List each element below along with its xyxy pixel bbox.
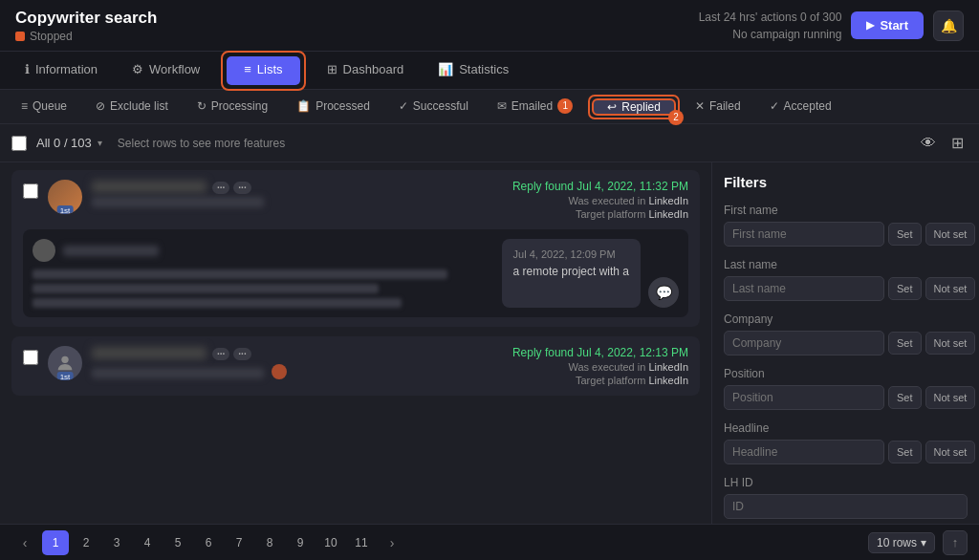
list-area: 1st ··· ··· Reply found Jul 4, 2022, 11:… bbox=[0, 162, 711, 560]
page-btn-10[interactable]: 10 bbox=[317, 530, 344, 555]
rows-select: 10 rows ▾ bbox=[868, 532, 935, 553]
scroll-top-btn[interactable]: ↑ bbox=[943, 530, 968, 555]
tab-dashboard[interactable]: ⊞ Dashboard bbox=[310, 52, 422, 89]
subtab-successful[interactable]: ✓ Successful bbox=[385, 90, 482, 123]
filter-position-controls: Set Not set bbox=[724, 385, 968, 410]
subtab-failed[interactable]: ✕ Failed bbox=[682, 90, 754, 123]
filter-lhid: LH ID bbox=[724, 476, 968, 519]
filter-firstname-label: First name bbox=[724, 204, 968, 217]
filter-lastname-notset[interactable]: Not set bbox=[925, 277, 976, 300]
sub-nav: ≡ Queue ⊘ Exclude list ↻ Processing 📋 Pr… bbox=[0, 90, 979, 124]
rows-dropdown[interactable]: 10 rows ▾ bbox=[868, 532, 935, 553]
subtab-accepted[interactable]: ✓ Accepted bbox=[756, 90, 845, 123]
filter-position-set[interactable]: Set bbox=[888, 386, 922, 409]
page-btn-6[interactable]: 6 bbox=[195, 530, 222, 555]
emailed-badge: 1 bbox=[557, 98, 573, 114]
queue-icon: ≡ bbox=[21, 99, 28, 113]
filter-lastname-controls: Set Not set bbox=[724, 276, 968, 301]
chevron-down-icon: ▾ bbox=[98, 138, 102, 148]
hide-columns-icon[interactable]: 👁 bbox=[917, 132, 940, 154]
filter-lastname-input[interactable] bbox=[724, 276, 884, 301]
page-btn-4[interactable]: 4 bbox=[134, 530, 161, 555]
subtab-queue[interactable]: ≡ Queue bbox=[8, 90, 80, 123]
processing-icon: ↻ bbox=[197, 99, 207, 113]
msg-left-1 bbox=[33, 239, 494, 308]
main-area: 1st ··· ··· Reply found Jul 4, 2022, 11:… bbox=[0, 162, 979, 560]
filters-panel: Filters First name Set Not set Last name… bbox=[711, 162, 979, 560]
msg-text-content-1: a remote project with a bbox=[513, 265, 629, 278]
filter-company: Company Set Not set bbox=[724, 312, 968, 355]
item-checkbox-2[interactable] bbox=[23, 350, 38, 365]
filter-firstname-input[interactable] bbox=[724, 222, 884, 247]
filter-company-notset[interactable]: Not set bbox=[925, 332, 976, 355]
subtab-processing[interactable]: ↻ Processing bbox=[184, 90, 281, 123]
platform-info-2: Was executed in LinkedIn bbox=[512, 361, 688, 373]
header-right: Last 24 hrs' actions 0 of 300 No campaig… bbox=[699, 9, 964, 43]
subtab-replied[interactable]: ↩ Replied bbox=[592, 98, 676, 116]
tab-lists[interactable]: ≡ Lists bbox=[227, 56, 299, 85]
info-icon: ℹ bbox=[25, 62, 30, 76]
filter-position-input[interactable] bbox=[724, 385, 884, 410]
notifications-icon[interactable]: 🔔 bbox=[933, 11, 964, 41]
page-btn-5[interactable]: 5 bbox=[164, 530, 191, 555]
item-name-1: ··· ··· bbox=[92, 180, 503, 194]
blur-line-2 bbox=[33, 284, 379, 293]
tab-lists-highlight: ≡ Lists bbox=[221, 51, 305, 91]
avatar-2: 1st bbox=[48, 346, 82, 380]
filter-headline-notset[interactable]: Not set bbox=[925, 441, 976, 463]
select-all-checkbox[interactable] bbox=[11, 136, 27, 151]
page-btn-1[interactable]: 1 bbox=[42, 530, 69, 555]
tab-workflow[interactable]: ⚙ Workflow bbox=[115, 52, 217, 89]
filter-firstname-controls: Set Not set bbox=[724, 222, 968, 247]
filter-position-notset[interactable]: Not set bbox=[925, 386, 976, 409]
tab-information[interactable]: ℹ Information bbox=[8, 52, 115, 89]
select-hint: Select rows to see more features bbox=[118, 137, 285, 150]
message-area-1: Jul 4, 2022, 12:09 PM a remote project w… bbox=[23, 229, 688, 317]
replied-icon: ↩ bbox=[607, 100, 617, 114]
filter-firstname-set[interactable]: Set bbox=[888, 223, 922, 246]
item-checkbox-1[interactable] bbox=[23, 183, 38, 199]
page-btn-8[interactable]: 8 bbox=[256, 530, 283, 555]
next-page-btn[interactable]: › bbox=[379, 530, 405, 555]
tab-statistics[interactable]: 📊 Statistics bbox=[421, 52, 526, 89]
statistics-icon: 📊 bbox=[438, 62, 453, 76]
filter-company-input[interactable] bbox=[724, 331, 884, 355]
page-btn-7[interactable]: 7 bbox=[226, 530, 252, 555]
subtab-queue-label: Queue bbox=[33, 99, 67, 113]
tab-lists-label: Lists bbox=[257, 62, 283, 76]
msg-time-1: Jul 4, 2022, 12:09 PM bbox=[513, 248, 629, 260]
actions-count: Last 24 hrs' actions 0 of 300 bbox=[699, 9, 842, 26]
subtab-replied-highlight: ↩ Replied 2 bbox=[588, 95, 680, 119]
filter-lhid-input[interactable] bbox=[724, 494, 968, 519]
subtab-emailed[interactable]: ✉ Emailed 1 bbox=[484, 90, 586, 123]
filter-firstname-notset[interactable]: Not set bbox=[925, 223, 976, 246]
page-btn-11[interactable]: 11 bbox=[348, 530, 375, 555]
page-btn-3[interactable]: 3 bbox=[103, 530, 130, 555]
svg-point-0 bbox=[61, 356, 68, 363]
prev-page-btn[interactable]: ‹ bbox=[11, 530, 38, 555]
filter-company-set[interactable]: Set bbox=[888, 332, 922, 355]
item-name-2: ··· ··· bbox=[92, 346, 503, 360]
header-left: Copywriter search Stopped bbox=[15, 9, 157, 43]
subtab-processing-label: Processing bbox=[211, 99, 268, 113]
msg-bubble-1: Jul 4, 2022, 12:09 PM a remote project w… bbox=[502, 239, 641, 308]
filter-headline-input[interactable] bbox=[724, 440, 884, 464]
subtab-exclude[interactable]: ⊘ Exclude list bbox=[82, 90, 182, 123]
list-toolbar: All 0 / 103 ▾ Select rows to see more fe… bbox=[0, 124, 979, 162]
name-blur-2 bbox=[92, 347, 207, 359]
filter-headline-set[interactable]: Set bbox=[888, 441, 922, 463]
filter-headline-controls: Set Not set bbox=[724, 440, 968, 464]
page-btn-2[interactable]: 2 bbox=[73, 530, 99, 555]
status-label: Stopped bbox=[30, 30, 73, 43]
subtab-processed[interactable]: 📋 Processed bbox=[283, 90, 383, 123]
filters-title: Filters bbox=[724, 174, 968, 190]
filter-lastname-set[interactable]: Set bbox=[888, 277, 922, 300]
start-button[interactable]: Start bbox=[851, 11, 924, 39]
target-platform-2: LinkedIn bbox=[648, 375, 688, 386]
tag-1b: ··· bbox=[233, 182, 250, 194]
grid-view-icon[interactable]: ⊞ bbox=[947, 132, 968, 154]
filter-lhid-label: LH ID bbox=[724, 476, 968, 489]
page-btn-9[interactable]: 9 bbox=[287, 530, 314, 555]
target-info-1: Target platform LinkedIn bbox=[512, 208, 688, 220]
count-dropdown[interactable]: All 0 / 103 ▾ bbox=[36, 136, 102, 150]
